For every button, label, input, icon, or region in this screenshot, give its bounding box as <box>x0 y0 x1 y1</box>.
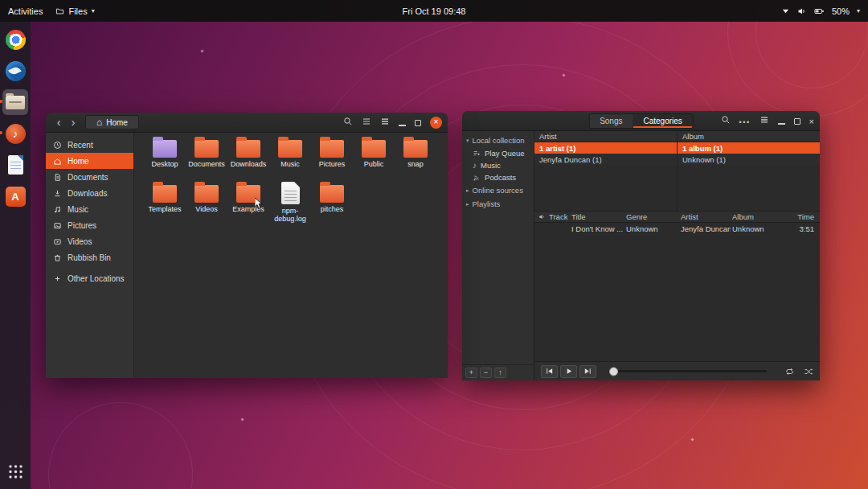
file-item-npm-debug-log[interactable]: npm-debug.log <box>269 180 311 224</box>
play-button[interactable] <box>560 365 577 378</box>
album-all-row[interactable]: 1 album (1) <box>678 142 820 154</box>
album-column-header[interactable]: Album <box>678 131 820 142</box>
play-queue-icon <box>473 150 481 158</box>
file-item-pictures[interactable]: Pictures <box>311 135 353 179</box>
file-item-public[interactable]: Public <box>353 135 395 179</box>
app-menu-button[interactable]: Files ▾ <box>55 6 94 16</box>
maximize-button[interactable] <box>415 115 421 129</box>
file-item-videos[interactable]: Videos <box>186 180 227 224</box>
dock-item-rhythmbox[interactable] <box>2 121 28 146</box>
activities-button[interactable]: Activities <box>8 6 43 16</box>
artist-row[interactable]: Jenyfa Duncan (1) <box>534 154 677 165</box>
sidebar-item-music[interactable]: Music <box>462 159 534 171</box>
group-local-collection[interactable]: ▾ Local collection <box>462 134 534 147</box>
genre-column-header[interactable]: Genre <box>624 212 679 221</box>
file-item-downloads[interactable]: Downloads <box>227 135 269 179</box>
add-button[interactable]: + <box>465 368 477 378</box>
remove-button[interactable]: − <box>480 368 492 378</box>
tab-songs[interactable]: Songs <box>589 114 633 128</box>
sidebar-item-home[interactable]: Home <box>46 153 133 169</box>
sidebar-item-videos[interactable]: Videos <box>46 233 133 249</box>
location-tab[interactable]: Home <box>85 115 139 129</box>
sidebar-item-music[interactable]: Music <box>46 201 133 217</box>
files-content-area[interactable]: Desktop Documents Downloads Music Pictur… <box>134 133 448 378</box>
rhythmbox-headerbar[interactable]: Songs Categories × <box>462 111 820 131</box>
clock[interactable]: Fri Oct 19 09:48 <box>403 0 466 22</box>
sidebar-item-podcasts[interactable]: Podcasts <box>462 171 534 183</box>
playing-column-header[interactable] <box>534 213 547 220</box>
file-item-label: Public <box>364 160 384 168</box>
group-playlists[interactable]: ▸ Playlists <box>462 197 534 211</box>
more-options-button[interactable] <box>739 113 751 128</box>
menu-button[interactable] <box>760 113 769 128</box>
dock-item-chrome[interactable] <box>2 27 28 52</box>
chrome-icon <box>6 30 26 50</box>
music-note-icon <box>473 161 477 170</box>
forward-button[interactable]: › <box>66 117 80 128</box>
track-list-empty-area[interactable] <box>534 234 820 361</box>
track-column-header[interactable]: Track <box>547 212 570 221</box>
track-album-cell: Unknown <box>731 224 787 233</box>
album-row[interactable]: Unknown (1) <box>678 154 820 165</box>
file-item-pitches[interactable]: pitches <box>311 180 353 224</box>
eject-button[interactable]: ↑ <box>494 368 506 378</box>
title-column-header[interactable]: Title <box>570 212 624 221</box>
dock-item-files[interactable] <box>2 89 28 115</box>
group-online-sources[interactable]: ▸ Online sources <box>462 183 534 197</box>
close-button[interactable]: × <box>809 113 814 128</box>
seek-slider[interactable] <box>608 370 767 372</box>
album-column-header[interactable]: Album <box>731 212 787 221</box>
file-item-music[interactable]: Music <box>269 135 311 179</box>
tab-categories[interactable]: Categories <box>633 114 693 128</box>
artist-column-header[interactable]: Artist <box>679 212 731 221</box>
minimize-button[interactable] <box>778 113 785 128</box>
sidebar-item-play-queue[interactable]: Play Queue <box>462 147 534 159</box>
sidebar-item-recent[interactable]: Recent <box>46 137 133 153</box>
artist-column-header[interactable]: Artist <box>534 131 677 142</box>
dock-item-thunderbird[interactable] <box>2 58 28 84</box>
close-button[interactable]: × <box>430 117 442 129</box>
file-item-documents[interactable]: Documents <box>186 135 227 179</box>
files-headerbar[interactable]: ‹ › Home × <box>46 113 448 133</box>
file-item-desktop[interactable]: Desktop <box>144 135 186 179</box>
sidebar-item-pictures[interactable]: Pictures <box>46 217 133 233</box>
artist-list-empty-area[interactable] <box>534 165 677 211</box>
seek-slider-handle[interactable] <box>609 367 618 376</box>
back-button[interactable]: ‹ <box>51 117 66 128</box>
battery-percent: 50% <box>832 6 850 16</box>
search-button[interactable] <box>721 113 731 128</box>
sidebar-item-downloads[interactable]: Downloads <box>46 185 133 201</box>
system-status-area[interactable]: 50% ▾ <box>781 6 868 16</box>
menu-button[interactable] <box>380 115 390 129</box>
files-window: ‹ › Home × Recent Home Do <box>46 113 448 378</box>
previous-button[interactable] <box>541 365 558 378</box>
sidebar-item-label: Play Queue <box>485 149 525 158</box>
next-icon <box>583 367 592 376</box>
time-column-header[interactable]: Time <box>787 212 820 221</box>
maximize-icon <box>415 120 421 126</box>
sidebar-item-documents[interactable]: Documents <box>46 169 133 185</box>
next-button[interactable] <box>579 365 596 378</box>
dock-item-ubuntu-software[interactable] <box>2 183 28 209</box>
show-applications-button[interactable] <box>2 458 28 484</box>
expander-closed-icon: ▸ <box>466 187 469 194</box>
network-icon <box>781 6 790 15</box>
file-item-templates[interactable]: Templates <box>144 180 186 224</box>
search-button[interactable] <box>343 115 353 129</box>
location-tab-label: Home <box>106 118 128 127</box>
file-item-snap[interactable]: snap <box>395 135 436 179</box>
album-list-empty-area[interactable] <box>678 165 820 211</box>
artist-all-row[interactable]: 1 artist (1) <box>534 142 677 154</box>
file-item-examples[interactable]: Examples <box>227 180 269 224</box>
view-toggle-button[interactable] <box>362 115 371 129</box>
minimize-button[interactable] <box>399 115 406 129</box>
dock-item-libreoffice-writer[interactable] <box>2 152 28 178</box>
sidebar-item-other-locations[interactable]: Other Locations <box>46 270 133 286</box>
battery-icon <box>814 6 825 16</box>
maximize-button[interactable] <box>794 113 800 128</box>
track-row[interactable]: I Don't Know ... Unknown Jenyfa Duncan U… <box>534 223 820 234</box>
repeat-button[interactable] <box>784 367 795 376</box>
shuffle-button[interactable] <box>803 367 813 376</box>
group-label: Online sources <box>473 186 523 195</box>
sidebar-item-rubbish-bin[interactable]: Rubbish Bin <box>46 249 133 265</box>
